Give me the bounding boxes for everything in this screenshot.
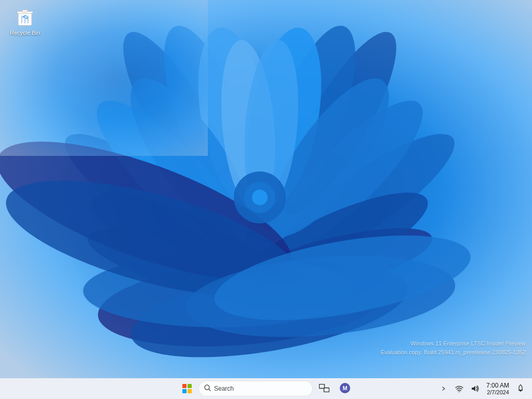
taskbar-right: 7:00 AM 2/7/2024	[436, 381, 528, 396]
watermark-line1: Windows 11 Enterprise LTSC Insider Previ…	[381, 339, 526, 349]
svg-point-28	[252, 190, 268, 205]
taskbar: Search M	[0, 378, 532, 399]
teams-button[interactable]: M	[336, 379, 354, 398]
clock-time: 7:00 AM	[486, 382, 509, 389]
recycle-bin-image	[15, 6, 35, 27]
task-view-button[interactable]	[315, 379, 334, 398]
svg-text:M: M	[342, 385, 347, 391]
desktop: Recycle Bin Windows 11 Enterprise LTSC I…	[0, 0, 532, 378]
search-bar[interactable]: Search	[198, 381, 313, 396]
windows-logo-icon	[182, 384, 192, 393]
clock[interactable]: 7:00 AM 2/7/2024	[483, 382, 512, 395]
recycle-bin-icon[interactable]: Recycle Bin	[4, 4, 46, 38]
search-icon	[204, 384, 211, 393]
svg-rect-35	[22, 10, 28, 12]
volume-icon[interactable]	[468, 381, 482, 396]
clock-date: 2/7/2024	[487, 389, 509, 395]
svg-point-42	[459, 391, 460, 392]
wallpaper	[0, 0, 532, 378]
notification-bell-button[interactable]	[513, 381, 528, 396]
system-tray: 7:00 AM 2/7/2024	[436, 381, 528, 396]
search-label: Search	[214, 385, 234, 392]
taskbar-center: Search M	[178, 379, 354, 398]
recycle-bin-label: Recycle Bin	[10, 29, 40, 36]
watermark-line2: Evaluation copy. Build 25941.rs_prerelea…	[381, 348, 526, 357]
teams-icon: M	[339, 382, 351, 395]
show-hidden-icons-button[interactable]	[436, 381, 451, 396]
watermark: Windows 11 Enterprise LTSC Insider Previ…	[381, 339, 526, 357]
network-icon[interactable]	[452, 381, 467, 396]
svg-line-37	[209, 389, 210, 391]
start-button[interactable]	[178, 379, 196, 398]
svg-rect-39	[324, 388, 329, 392]
svg-rect-38	[320, 384, 325, 388]
task-view-icon	[319, 384, 329, 394]
